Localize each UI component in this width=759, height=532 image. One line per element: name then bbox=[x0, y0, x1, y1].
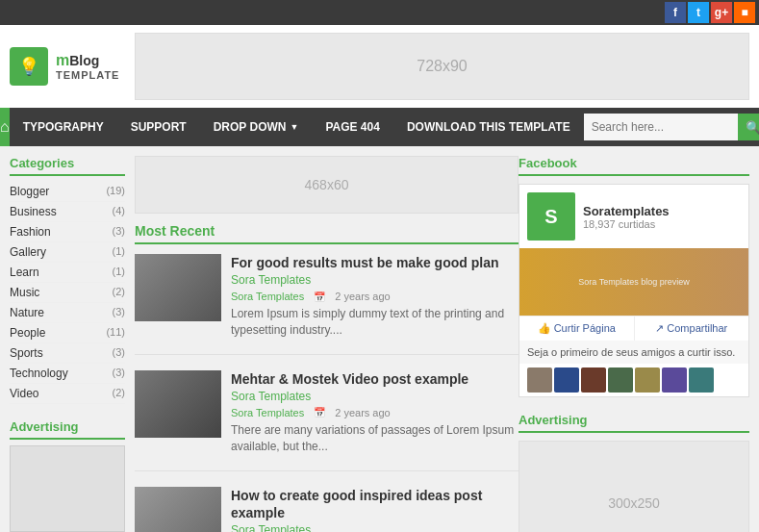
sidebar-item-gallery[interactable]: Gallery (1) bbox=[10, 242, 125, 263]
sidebar-item-learn[interactable]: Learn (1) bbox=[10, 263, 125, 283]
nav-dropdown[interactable]: DROP DOWN ▼ bbox=[200, 108, 313, 146]
sidebar-ad-banner bbox=[10, 445, 125, 532]
nav-page404[interactable]: PAGE 404 bbox=[312, 108, 392, 146]
main-content: 468x60 Most Recent For good results must… bbox=[135, 156, 519, 532]
post-thumbnail-image bbox=[135, 370, 221, 438]
facebook-widget: S Soratemplates 18,937 curtidas Sora Tem… bbox=[519, 184, 749, 397]
fb-actions: 👍 Curtir Página ↗ Compartilhar bbox=[519, 316, 748, 341]
sidebar-item-learn-count: (1) bbox=[113, 266, 125, 279]
fb-curtir-button[interactable]: 👍 Curtir Página bbox=[519, 317, 635, 341]
sidebar-item-people-label: People bbox=[10, 326, 45, 340]
fb-banner-image: Sora Templates blog preview bbox=[519, 248, 748, 316]
twitter-icon[interactable]: t bbox=[688, 2, 709, 23]
sidebar-item-business-count: (4) bbox=[113, 205, 125, 218]
post-thumbnail-image bbox=[135, 487, 221, 532]
googleplus-icon[interactable]: g+ bbox=[711, 2, 732, 23]
sidebar-item-sports[interactable]: Sports (3) bbox=[10, 343, 125, 364]
sidebar-item-people-count: (11) bbox=[106, 326, 125, 340]
sidebar-item-technology-label: Technology bbox=[10, 367, 68, 380]
sidebar-item-fashion[interactable]: Fashion (3) bbox=[10, 222, 125, 242]
sidebar-item-fashion-count: (3) bbox=[113, 225, 125, 239]
sidebar-item-music-count: (2) bbox=[113, 286, 125, 299]
nav-typography[interactable]: TYPOGRAPHY bbox=[10, 108, 117, 146]
most-recent-heading: Most Recent bbox=[135, 223, 519, 244]
fb-avatar bbox=[662, 367, 687, 393]
sidebar-item-technology[interactable]: Technology (3) bbox=[10, 364, 125, 384]
sidebar-item-video[interactable]: Video (2) bbox=[10, 384, 125, 404]
fb-avatar bbox=[608, 367, 633, 393]
rss-icon[interactable]: ■ bbox=[734, 2, 755, 23]
calendar-icon: 📅 bbox=[314, 291, 325, 302]
fb-page-icon: S bbox=[527, 192, 575, 241]
search-input[interactable] bbox=[584, 114, 738, 140]
sidebar-item-nature-label: Nature bbox=[10, 306, 44, 319]
sidebar-item-video-label: Video bbox=[10, 387, 38, 400]
fb-avatar bbox=[554, 367, 579, 393]
sidebar-item-business[interactable]: Business (4) bbox=[10, 202, 125, 222]
post-author[interactable]: Sora Templates bbox=[231, 291, 304, 302]
post-title[interactable]: For good results must be make good plan bbox=[231, 254, 519, 271]
post-title[interactable]: Mehtar & Mostek Video post example bbox=[231, 370, 519, 388]
post-date[interactable]: 2 years ago bbox=[335, 291, 390, 302]
sidebar: Categories Blogger (19) Business (4) Fas… bbox=[10, 156, 125, 532]
post-title[interactable]: How to create good inspired ideas post e… bbox=[231, 487, 519, 521]
post-date[interactable]: 2 years ago bbox=[335, 407, 390, 418]
fb-compartilhar-button[interactable]: ↗ Compartilhar bbox=[635, 317, 749, 341]
fb-avatar bbox=[689, 367, 714, 393]
page-layout: Categories Blogger (19) Business (4) Fas… bbox=[0, 146, 759, 532]
sidebar-item-technology-count: (3) bbox=[113, 367, 125, 380]
post-info: For good results must be make good plan … bbox=[231, 254, 519, 339]
post-thumbnail bbox=[135, 487, 221, 532]
fb-page-likes: 18,937 curtidas bbox=[583, 218, 670, 230]
sidebar-item-nature[interactable]: Nature (3) bbox=[10, 303, 125, 323]
sidebar-item-gallery-label: Gallery bbox=[10, 245, 46, 259]
header-ad-banner: 728x90 bbox=[135, 33, 749, 100]
search-button[interactable]: 🔍 bbox=[738, 114, 759, 140]
post-title-link[interactable]: Mehtar & Mostek Video post example bbox=[231, 371, 468, 387]
right-ad-banner: 300x250 bbox=[519, 441, 749, 532]
sidebar-item-blogger[interactable]: Blogger (19) bbox=[10, 182, 125, 202]
sidebar-item-blogger-count: (19) bbox=[106, 185, 125, 198]
logo-template-text: TEMPLATE bbox=[56, 69, 119, 82]
sidebar-item-fashion-label: Fashion bbox=[10, 225, 51, 239]
post-subtitle[interactable]: Sora Templates bbox=[231, 523, 519, 532]
fb-page-name: Soratemplates bbox=[583, 204, 670, 218]
sidebar-item-learn-label: Learn bbox=[10, 266, 39, 279]
calendar-icon: 📅 bbox=[314, 407, 325, 418]
header: 💡 mBlog TEMPLATE 728x90 bbox=[0, 25, 759, 108]
logo[interactable]: 💡 mBlog TEMPLATE bbox=[10, 47, 125, 86]
sidebar-item-music[interactable]: Music (2) bbox=[10, 283, 125, 303]
fb-avatar bbox=[527, 367, 552, 393]
post-meta: Sora Templates 📅 2 years ago bbox=[231, 407, 519, 418]
fb-page-info: S Soratemplates 18,937 curtidas bbox=[519, 185, 748, 248]
post-title-link[interactable]: How to create good inspired ideas post e… bbox=[231, 488, 482, 520]
post-excerpt: Lorem Ipsum is simply dummy text of the … bbox=[231, 306, 519, 339]
sidebar-item-people[interactable]: People (11) bbox=[10, 323, 125, 343]
facebook-icon[interactable]: f bbox=[665, 2, 686, 23]
post-meta: Sora Templates 📅 2 years ago bbox=[231, 291, 519, 302]
post-info: Mehtar & Mostek Video post example Sora … bbox=[231, 370, 519, 455]
fb-banner: Sora Templates blog preview bbox=[519, 248, 748, 316]
dropdown-arrow-icon: ▼ bbox=[290, 122, 298, 132]
nav-download-template[interactable]: DOWNLOAD THIS TEMPLATE bbox=[393, 108, 584, 146]
sidebar-item-sports-label: Sports bbox=[10, 346, 43, 360]
categories-title: Categories bbox=[10, 156, 125, 176]
categories-section: Categories Blogger (19) Business (4) Fas… bbox=[10, 156, 125, 404]
post-title-link[interactable]: For good results must be make good plan bbox=[231, 255, 498, 270]
post-subtitle[interactable]: Sora Templates bbox=[231, 390, 519, 403]
fb-page-details: Soratemplates 18,937 curtidas bbox=[583, 204, 670, 230]
logo-icon: 💡 bbox=[10, 47, 48, 86]
nav-home-button[interactable]: ⌂ bbox=[0, 108, 10, 146]
post-thumbnail-image bbox=[135, 254, 221, 321]
logo-mblog: mBlog bbox=[56, 51, 119, 69]
logo-m-letter: m bbox=[56, 52, 69, 68]
sidebar-item-video-count: (2) bbox=[113, 387, 125, 400]
nav-support[interactable]: SUPPORT bbox=[117, 108, 200, 146]
post-excerpt: There are many variations of passages of… bbox=[231, 422, 519, 455]
post-author[interactable]: Sora Templates bbox=[231, 407, 304, 418]
navbar: ⌂ TYPOGRAPHY SUPPORT DROP DOWN ▼ PAGE 40… bbox=[0, 108, 759, 146]
post-subtitle[interactable]: Sora Templates bbox=[231, 273, 519, 287]
fb-avatars bbox=[519, 364, 748, 396]
sidebar-advertising-section: Advertising bbox=[10, 419, 125, 532]
post-item: Mehtar & Mostek Video post example Sora … bbox=[135, 370, 519, 471]
